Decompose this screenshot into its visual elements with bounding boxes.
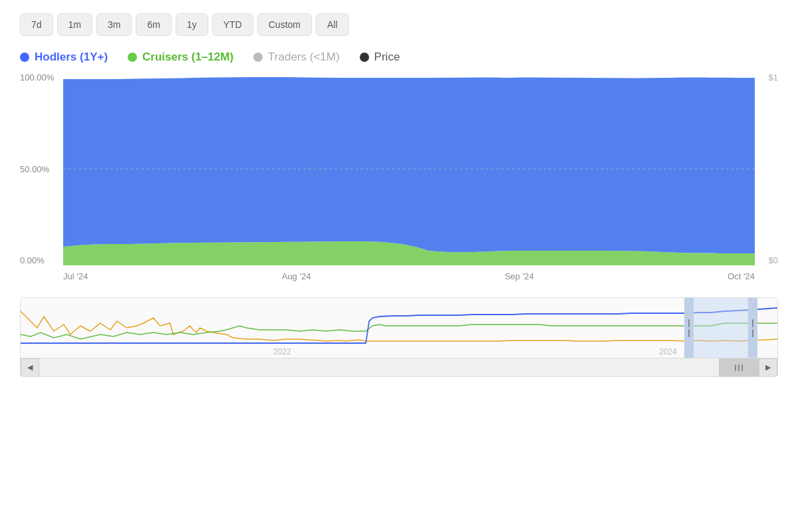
y-right-0: $0 [769,255,778,265]
nav-handle-left[interactable] [684,298,694,358]
price-dot [360,53,369,62]
scroll-thumb-line [735,364,736,371]
time-filter-bar: 7d 1m 3m 6m 1y YTD Custom All [0,0,798,43]
filter-ytd[interactable]: YTD [212,13,253,36]
cruisers-label: Cruisers (1–12M) [142,51,233,64]
handle-line [752,319,753,327]
cruisers-dot [128,53,137,62]
scroll-left-btn[interactable]: ◀ [21,358,39,377]
mini-chart-svg [21,298,777,354]
legend-traders[interactable]: Traders (<1M) [253,51,340,64]
handle-lines-right [752,319,753,337]
filter-7d[interactable]: 7d [20,13,53,36]
legend-price[interactable]: Price [360,51,400,64]
y-label-100: 100.00% [20,72,54,82]
y-axis-left: 100.00% 50.00% 0.00% [20,72,63,265]
legend-hodlers[interactable]: Hodlers (1Y+) [20,51,108,64]
price-label: Price [374,51,400,64]
filter-1m[interactable]: 1m [57,13,92,36]
mini-chart: 2022 2024 ◀ [20,297,778,377]
mini-scrollbar: ◀ ▶ [21,358,777,376]
handle-line [688,319,690,327]
hodlers-dot [20,53,29,62]
filter-custom[interactable]: Custom [257,13,312,36]
scroll-track[interactable] [39,358,759,377]
scroll-thumb-line [738,364,739,371]
y-label-50: 50.00% [20,164,49,174]
scroll-thumb-lines [735,364,743,371]
chart-area: ⊕ IntoTheBlock [63,72,755,265]
nav-handle-right[interactable] [748,298,757,358]
x-label-oct: Oct '24 [728,271,755,281]
mini-navigator[interactable] [684,298,757,358]
handle-lines-left [688,319,690,337]
legend-cruisers[interactable]: Cruisers (1–12M) [128,51,233,64]
chart-legend: Hodlers (1Y+) Cruisers (1–12M) Traders (… [0,43,798,69]
chart-svg [63,72,755,265]
main-chart: 100.00% 50.00% 0.00% $1 $0 ⊕ IntoTheBloc… [20,72,778,285]
x-label-sep: Sep '24 [505,271,534,281]
traders-label: Traders (<1M) [268,51,340,64]
x-axis: Jul '24 Aug '24 Sep '24 Oct '24 [63,267,755,285]
x-label-jul: Jul '24 [63,271,88,281]
scroll-thumb[interactable] [719,358,759,377]
hodlers-label: Hodlers (1Y+) [35,51,108,64]
y-label-0: 0.00% [20,255,45,265]
x-label-aug: Aug '24 [282,271,311,281]
handle-line [688,329,690,337]
filter-all[interactable]: All [316,13,349,36]
y-axis-right: $1 $0 [755,72,778,265]
scroll-thumb-line [741,364,743,371]
y-right-1: $1 [769,72,778,82]
scroll-right-btn[interactable]: ▶ [759,358,777,377]
filter-3m[interactable]: 3m [96,13,132,36]
handle-line [752,329,753,337]
traders-dot [253,53,263,62]
filter-6m[interactable]: 6m [136,13,171,36]
filter-1y[interactable]: 1y [176,13,208,36]
